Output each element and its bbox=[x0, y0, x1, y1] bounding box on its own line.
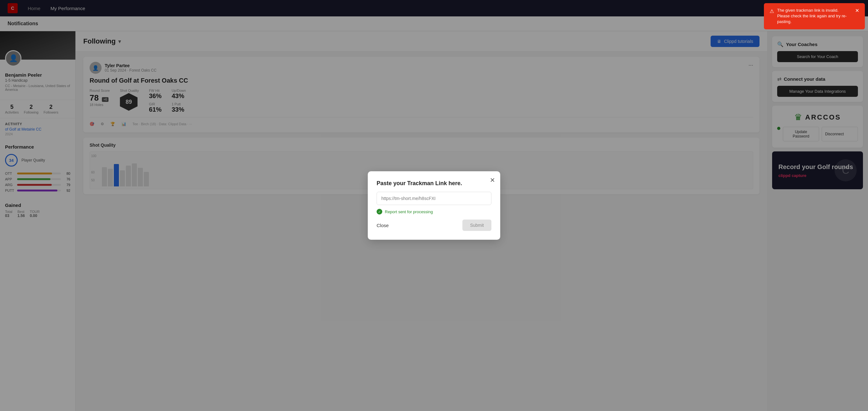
modal-close-button[interactable]: Close bbox=[377, 223, 389, 228]
toast-message: The given trackman link is invalid. Plea… bbox=[777, 7, 849, 25]
trackman-link-input[interactable] bbox=[377, 192, 491, 205]
check-icon: ✓ bbox=[377, 209, 382, 215]
modal-overlay: Paste your Trackman Link here. ✕ ✓ Repor… bbox=[0, 0, 868, 411]
trackman-modal: Paste your Trackman Link here. ✕ ✓ Repor… bbox=[368, 171, 500, 240]
modal-title: Paste your Trackman Link here. bbox=[377, 180, 491, 187]
success-text: Report sent for processing bbox=[385, 210, 433, 214]
success-message: ✓ Report sent for processing bbox=[377, 209, 491, 215]
toast-close-button[interactable]: ✕ bbox=[855, 7, 859, 13]
modal-submit-button[interactable]: Submit bbox=[462, 220, 491, 231]
warning-icon: ⚠ bbox=[770, 8, 774, 15]
error-toast: ⚠ The given trackman link is invalid. Pl… bbox=[764, 3, 865, 29]
modal-footer: Close Submit bbox=[377, 220, 491, 231]
modal-close-icon[interactable]: ✕ bbox=[490, 176, 495, 184]
